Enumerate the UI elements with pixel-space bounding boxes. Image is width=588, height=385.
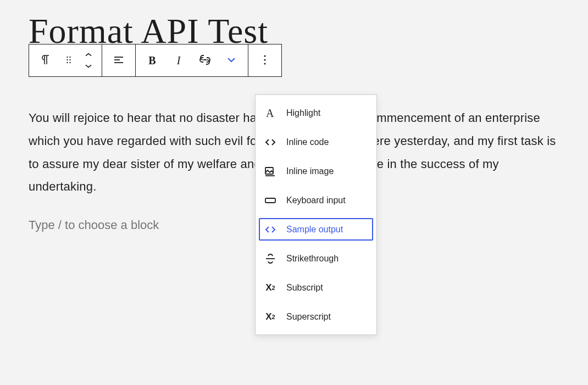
superscript-icon: X2: [262, 309, 279, 325]
dropdown-item-inline-code[interactable]: Inline code: [256, 127, 376, 157]
dropdown-item-superscript[interactable]: X2 Superscript: [256, 302, 376, 331]
dropdown-item-strikethrough[interactable]: Strikethrough: [256, 244, 376, 273]
chevron-down-icon: [225, 53, 238, 68]
toolbar-group-options: [248, 44, 281, 76]
dropdown-item-label: Keyboard input: [286, 196, 346, 205]
paragraph-icon: [39, 53, 52, 68]
svg-point-3: [69, 59, 70, 60]
svg-text:A: A: [266, 107, 274, 119]
dropdown-item-highlight[interactable]: A Highlight: [256, 98, 376, 127]
options-button[interactable]: [252, 47, 278, 74]
svg-point-5: [69, 62, 70, 63]
svg-rect-16: [265, 198, 275, 203]
svg-point-4: [66, 62, 68, 63]
toolbar-group-align: [102, 44, 136, 76]
dropdown-item-label: Superscript: [286, 312, 331, 322]
move-icon: [83, 49, 94, 71]
block-type-button[interactable]: [32, 47, 59, 74]
keyboard-icon: [262, 192, 279, 209]
code-icon: [262, 221, 279, 238]
italic-icon: I: [177, 54, 181, 67]
block-toolbar: B I: [29, 44, 282, 77]
dropdown-item-label: Inline image: [286, 166, 334, 176]
svg-point-11: [264, 59, 265, 60]
svg-point-12: [264, 63, 265, 64]
more-vertical-icon: [258, 53, 271, 68]
svg-point-2: [66, 59, 68, 60]
svg-point-10: [264, 55, 265, 57]
drag-button[interactable]: [59, 47, 79, 74]
rich-text-dropdown: A Highlight Inline code Inline image Key…: [255, 94, 377, 335]
highlight-icon: A: [262, 105, 279, 121]
strikethrough-icon: [262, 250, 279, 267]
dropdown-item-label: Strikethrough: [286, 254, 339, 264]
dropdown-item-label: Subscript: [286, 283, 323, 293]
svg-point-0: [66, 56, 68, 57]
dropdown-item-keyboard-input[interactable]: Keyboard input: [256, 186, 376, 215]
image-icon: [262, 163, 279, 180]
move-button[interactable]: [79, 47, 98, 74]
dropdown-item-label: Inline code: [286, 137, 329, 147]
bold-button[interactable]: B: [139, 47, 165, 74]
drag-icon: [63, 54, 74, 67]
dropdown-item-subscript[interactable]: X2 Subscript: [256, 273, 376, 302]
align-button[interactable]: [106, 47, 132, 74]
dropdown-item-sample-output[interactable]: Sample output: [256, 215, 376, 244]
more-rich-text-button[interactable]: [218, 47, 245, 74]
italic-button[interactable]: I: [165, 47, 192, 74]
toolbar-group-block: [29, 44, 102, 76]
svg-point-1: [69, 56, 70, 57]
dropdown-item-label: Highlight: [286, 108, 320, 118]
dropdown-item-label: Sample output: [286, 225, 343, 235]
link-button[interactable]: [192, 47, 218, 74]
align-icon: [112, 53, 125, 68]
bold-icon: B: [148, 54, 156, 67]
toolbar-group-format: B I: [136, 44, 248, 76]
subscript-icon: X2: [262, 280, 279, 296]
code-icon: [262, 134, 279, 150]
link-icon: [198, 53, 212, 68]
dropdown-item-inline-image[interactable]: Inline image: [256, 157, 376, 186]
